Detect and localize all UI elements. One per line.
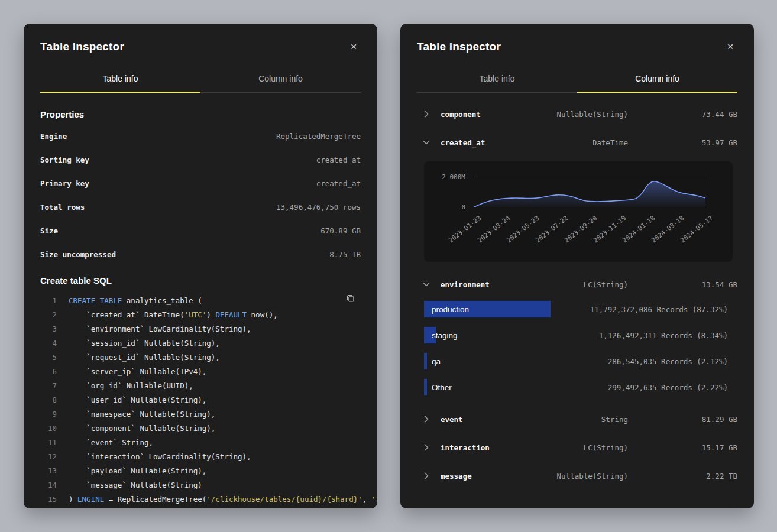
sql-line-5: 5 `request_id` Nullable(String), (40, 351, 361, 365)
chart-canvas (474, 177, 705, 207)
property-label: Total rows (40, 203, 85, 212)
sql-token: `message` Nullable(String) (69, 478, 202, 492)
sql-line-14: 14 `message` Nullable(String) (40, 478, 361, 492)
sql-token: `namespace` Nullable(String), (69, 407, 215, 421)
line-number: 7 (40, 379, 57, 393)
sql-line-11: 11 `event` String, (40, 436, 361, 450)
panel-title: Table inspector (417, 40, 501, 53)
sql-code-block: 1CREATE TABLE analytics_table (2 `create… (40, 294, 361, 507)
line-number: 8 (40, 393, 57, 407)
property-value: 670.89 GB (320, 226, 361, 235)
copy-sql-button[interactable] (344, 291, 357, 307)
sql-line-10: 10 `component` Nullable(String), (40, 421, 361, 436)
sql-token: `server_ip` Nullable(IPv4), (69, 365, 206, 379)
line-number: 5 (40, 351, 57, 365)
line-number: 10 (40, 421, 57, 436)
chart-area-fill (474, 181, 705, 207)
property-value: 13,496,476,750 rows (276, 203, 361, 212)
column-row-environment[interactable]: environment LC(String) 13.54 GB (417, 270, 737, 299)
chevron-right-icon[interactable] (424, 444, 441, 451)
column-type: DateTime (593, 138, 628, 147)
column-size: 15.17 GB (628, 443, 737, 452)
tab-column-info[interactable]: Column info (200, 65, 361, 92)
value-label: qa (424, 357, 441, 366)
line-number: 9 (40, 407, 57, 421)
sql-code-lines: 1CREATE TABLE analytics_table (2 `create… (40, 294, 361, 507)
sql-line-6: 6 `server_ip` Nullable(IPv4), (40, 365, 361, 379)
chevron-right-icon[interactable] (424, 416, 441, 423)
value-records: 11,792,372,086 Records (87.32%) (590, 305, 733, 314)
column-row-interaction[interactable]: interaction LC(String) 15.17 GB (417, 433, 737, 462)
x-axis-label: 2023-07-22 (534, 214, 569, 244)
sql-token: `session_id` Nullable(String), (69, 336, 220, 351)
tab-table-info[interactable]: Table info (417, 65, 577, 92)
sql-token: `environment` LowCardinality(String), (69, 322, 251, 336)
column-size: 2.22 TB (628, 472, 737, 481)
sql-token: CREATE TABLE (69, 294, 122, 308)
x-axis-label: 2023-01-23 (447, 214, 483, 244)
close-icon[interactable]: ✕ (723, 40, 737, 53)
sql-token: `request_id` Nullable(String), (69, 351, 220, 365)
tab-table-info[interactable]: Table info (40, 65, 200, 92)
property-label: Size (40, 226, 58, 235)
column-name: event (441, 415, 463, 424)
sql-token: now(), (247, 308, 278, 322)
sql-line-4: 4 `session_id` Nullable(String), (40, 336, 361, 351)
line-number: 12 (40, 450, 57, 464)
property-value: created_at (316, 179, 361, 188)
value-row-production: production 11,792,372,086 Records (87.32… (424, 301, 733, 317)
column-row-created-at[interactable]: created_at DateTime 53.97 GB (417, 128, 737, 157)
x-axis-label: 2023-03-24 (476, 214, 511, 244)
line-number: 11 (40, 436, 57, 450)
chevron-right-icon[interactable] (424, 472, 441, 479)
y-axis-label-max: 2 000M (429, 173, 465, 181)
value-label: production (424, 305, 469, 314)
column-size: 13.54 GB (628, 280, 737, 289)
created-at-distribution-chart: 2 000M 0 2023-01-232023-03-242023-05-232… (424, 161, 733, 262)
value-records: 1,126,492,311 Records (8.34%) (599, 331, 733, 340)
chevron-down-icon[interactable] (424, 139, 441, 146)
properties-heading: Properties (40, 109, 361, 119)
table-inspector-dialog-table-info: Table inspector ✕ Table info Column info… (24, 24, 377, 508)
column-size: 73.44 GB (628, 110, 737, 119)
tab-column-info[interactable]: Column info (577, 65, 737, 92)
sql-line-13: 13 `payload` Nullable(String), (40, 464, 361, 478)
sql-token: ENGINE (77, 492, 104, 507)
sql-token: ) (69, 492, 77, 507)
tab-bar: Table info Column info (417, 65, 737, 93)
bar-track (424, 353, 569, 369)
tab-bar: Table info Column info (40, 65, 361, 93)
column-row-component[interactable]: component Nullable(String) 73.44 GB (417, 100, 737, 128)
create-table-sql-heading: Create table SQL (40, 275, 361, 286)
sql-token: `org_id` Nullable(UUID), (69, 379, 193, 393)
sql-line-9: 9 `namespace` Nullable(String), (40, 407, 361, 421)
line-number: 14 (40, 478, 57, 492)
value-label: staging (424, 331, 458, 340)
copy-icon (346, 294, 355, 303)
value-label: Other (424, 383, 452, 392)
x-axis-label: 2024-05-17 (679, 214, 714, 244)
column-name: interaction (441, 443, 490, 452)
sql-token: = ReplicatedMergeTree( (104, 492, 206, 507)
sql-token: DEFAULT (215, 308, 247, 322)
line-number: 15 (40, 492, 57, 507)
property-value: ReplicatedMergeTree (276, 132, 361, 141)
sql-token: '{replica}' (371, 492, 377, 507)
property-row-size-uncompressed: Size uncompressed8.75 TB (40, 242, 361, 266)
column-row-message[interactable]: message Nullable(String) 2.22 TB (417, 462, 737, 490)
sql-token: ) (206, 308, 215, 322)
sql-token: , (362, 492, 371, 507)
chevron-right-icon[interactable] (424, 111, 441, 118)
property-row-engine: EngineReplicatedMergeTree (40, 124, 361, 148)
line-number: 6 (40, 365, 57, 379)
line-number: 2 (40, 308, 57, 322)
sql-line-1: 1CREATE TABLE analytics_table ( (40, 294, 361, 308)
panel-title: Table inspector (40, 40, 124, 53)
chevron-down-icon[interactable] (424, 281, 441, 288)
close-icon[interactable]: ✕ (347, 40, 361, 53)
property-label: Primary key (40, 179, 89, 188)
panel-body: component Nullable(String) 73.44 GB crea… (400, 93, 754, 490)
column-type: LC(String) (584, 280, 628, 289)
column-row-event[interactable]: event String 81.29 GB (417, 405, 737, 433)
x-axis-label: 2023-09-20 (563, 214, 598, 244)
